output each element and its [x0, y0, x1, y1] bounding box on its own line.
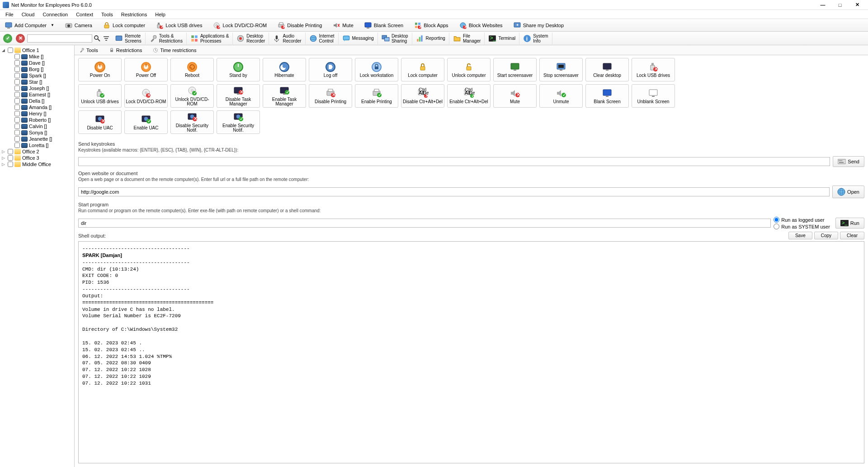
- menu-file[interactable]: File: [2, 11, 17, 18]
- tool-enable-security-notif-[interactable]: ✓Enable Security Notif.: [217, 110, 260, 134]
- tool-enable-task-manager[interactable]: ✓Enable Task Manager: [263, 84, 306, 108]
- camera-button[interactable]: Camera: [62, 20, 95, 30]
- tree-computer[interactable]: Henry []: [14, 110, 73, 117]
- radio-system-user[interactable]: Run as SYSTEM user: [774, 224, 830, 229]
- tree-computer[interactable]: Star []: [14, 79, 73, 85]
- tools-restrictions-tab[interactable]: Tools &Restrictions: [146, 33, 187, 44]
- send-button[interactable]: Send: [833, 156, 864, 167]
- tree-computer[interactable]: Della []: [14, 98, 73, 104]
- menu-restrictions[interactable]: Restrictions: [118, 11, 151, 18]
- tool-hibernate[interactable]: Hibernate: [263, 58, 306, 81]
- tree-checkbox[interactable]: [14, 98, 20, 104]
- tree-computer[interactable]: Mike []: [14, 53, 73, 60]
- tool-log-off[interactable]: Log off: [309, 58, 352, 81]
- share-my-desktop-button[interactable]: Share my Desktop: [510, 20, 567, 30]
- cancel-button[interactable]: ✕: [16, 34, 25, 43]
- tool-reboot[interactable]: Reboot: [170, 58, 214, 81]
- reporting-tab[interactable]: Reporting: [412, 33, 449, 44]
- tool-clear-desktop[interactable]: Clear desktop: [585, 58, 629, 81]
- tree-folder-office-1[interactable]: ◢Office 1: [1, 47, 73, 53]
- tree-checkbox[interactable]: [14, 143, 20, 148]
- keystrokes-input[interactable]: [78, 157, 830, 166]
- subtab-restrictions[interactable]: Restrictions: [107, 47, 144, 54]
- lock-usb-drives-button[interactable]: ✕Lock USB drives: [153, 20, 205, 30]
- collapse-icon[interactable]: ▷: [2, 149, 6, 154]
- internet-control-tab[interactable]: InternetControl: [306, 33, 339, 44]
- tree-checkbox[interactable]: [14, 105, 20, 110]
- tree-computer[interactable]: Borg []: [14, 66, 73, 72]
- menu-tools[interactable]: Tools: [98, 11, 117, 18]
- tree-checkbox[interactable]: [14, 79, 20, 85]
- expand-icon[interactable]: ◢: [2, 48, 6, 52]
- run-button[interactable]: >_ Run: [835, 218, 864, 229]
- tree-checkbox[interactable]: [14, 54, 20, 59]
- filter-icon[interactable]: [102, 34, 110, 43]
- file-manager-tab[interactable]: FileManager: [449, 33, 485, 44]
- tree-computer[interactable]: Sonya []: [14, 129, 73, 136]
- tool-enable-printing[interactable]: ✓Enable Printing: [355, 84, 398, 108]
- tree-checkbox[interactable]: [14, 130, 20, 135]
- tool-mute[interactable]: ✕Mute: [493, 84, 537, 108]
- tool-stand-by[interactable]: Stand by: [217, 58, 260, 81]
- tree-computer[interactable]: Dave []: [14, 60, 73, 66]
- tool-disable-ctr-alt-del[interactable]: CtrlAltDel✕Disable Ctr+Alt+Del: [401, 84, 444, 108]
- maximize-button[interactable]: □: [835, 1, 845, 9]
- block-apps-button[interactable]: ✕Block Apps: [411, 20, 451, 30]
- tree-computer[interactable]: Jeanette []: [14, 136, 73, 142]
- tool-lock-usb-drives[interactable]: ✕Lock USB drives: [632, 58, 675, 81]
- tree-folder-middle-office[interactable]: ▷Middle Office: [1, 161, 73, 167]
- tree-checkbox[interactable]: [14, 60, 20, 66]
- tree-checkbox[interactable]: [14, 67, 20, 72]
- applications-processes-tab[interactable]: Applications &Processes: [187, 33, 233, 44]
- tool-enable-ctr-alt-del[interactable]: CtrlAltDel✓Enable Ctr+Alt+Del: [447, 84, 491, 108]
- tool-unlock-usb-drives[interactable]: ✓Unlock USB drives: [78, 84, 122, 108]
- tool-disable-security-notif-[interactable]: ✕Disable Security Notif.: [170, 110, 214, 134]
- tree-folder-office-2[interactable]: ▷Office 2: [1, 148, 73, 155]
- audio-recorder-tab[interactable]: AudioRecorder: [269, 33, 305, 44]
- block-websites-button[interactable]: ✕Block Websites: [456, 20, 506, 30]
- collapse-icon[interactable]: ▷: [2, 156, 6, 160]
- menu-context[interactable]: Context: [72, 11, 97, 18]
- lock-computer-button[interactable]: Lock computer: [100, 20, 148, 30]
- tool-start-screensaver[interactable]: Start screensaver: [493, 58, 537, 81]
- tool-power-off[interactable]: Power Off: [124, 58, 168, 81]
- shell-clear-button[interactable]: Clear: [840, 232, 864, 239]
- messaging-tab[interactable]: Messaging: [339, 33, 378, 44]
- tree-checkbox[interactable]: [8, 48, 13, 53]
- tool-blank-screen[interactable]: Blank Screen: [585, 84, 629, 108]
- tool-unmute[interactable]: ✓Unmute: [539, 84, 583, 108]
- tree-computer[interactable]: Earnest []: [14, 91, 73, 98]
- open-button[interactable]: Open: [832, 186, 864, 198]
- tree-folder-office-3[interactable]: ▷Office 3: [1, 155, 73, 161]
- tree-checkbox[interactable]: [14, 124, 20, 129]
- tree-checkbox[interactable]: [14, 111, 20, 116]
- radio-logged-user[interactable]: Run as logged user: [774, 217, 830, 223]
- tool-stop-screensaver[interactable]: Stop screensaver: [539, 58, 583, 81]
- tool-power-on[interactable]: Power On: [78, 58, 122, 81]
- tool-lock-workstation[interactable]: Lock workstation: [355, 58, 398, 81]
- accept-button[interactable]: ✓: [3, 34, 12, 43]
- blank-screen-button[interactable]: Blank Screen: [361, 20, 406, 30]
- tool-disable-uac[interactable]: ✕Disable UAC: [78, 110, 122, 134]
- tree-checkbox[interactable]: [14, 136, 20, 142]
- desktop-recorder-tab[interactable]: DesktopRecorder: [233, 33, 269, 44]
- tool-unlock-dvd-cd-rom[interactable]: ✓Unlock DVD/CD-ROM: [170, 84, 214, 108]
- shell-save-button[interactable]: Save: [788, 232, 812, 239]
- disable-printing-button[interactable]: ✕Disable Printing: [274, 20, 325, 30]
- menu-cloud[interactable]: Cloud: [18, 11, 38, 18]
- terminal-tab[interactable]: >_Terminal: [485, 33, 519, 44]
- search-icon[interactable]: [93, 34, 101, 43]
- tree-checkbox[interactable]: [14, 73, 20, 78]
- desktop-sharing-tab[interactable]: DesktopSharing: [378, 33, 412, 44]
- tree-computer[interactable]: Spark []: [14, 72, 73, 79]
- subtab-time-restrictions[interactable]: Time restrictions: [151, 47, 198, 54]
- mute-button[interactable]: Mute: [330, 20, 356, 30]
- menu-connection[interactable]: Connection: [39, 11, 71, 18]
- tree-computer[interactable]: Calvin []: [14, 123, 73, 129]
- remote-screens-tab[interactable]: RemoteScreens: [111, 33, 146, 44]
- tree-checkbox[interactable]: [8, 162, 13, 167]
- tree-checkbox[interactable]: [14, 86, 20, 91]
- add-computer-button[interactable]: Add Computer▼: [2, 20, 57, 30]
- shell-output[interactable]: ------------------------------------ SPA…: [78, 241, 864, 463]
- tool-lock-computer[interactable]: Lock computer: [401, 58, 444, 81]
